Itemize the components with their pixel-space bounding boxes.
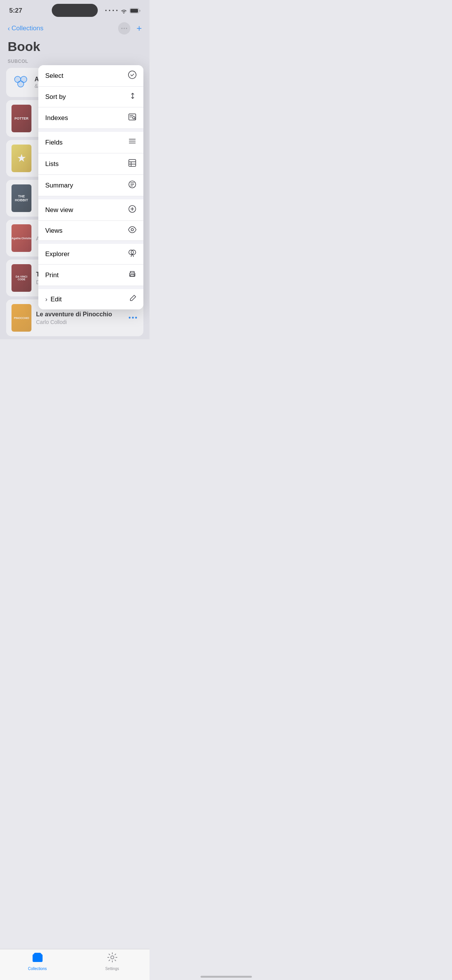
menu-divider: [38, 129, 143, 132]
menu-item-new-view[interactable]: New view: [38, 199, 143, 221]
dropdown-menu: Select Sort by Indexes: [38, 65, 143, 309]
menu-item-edit-label: Edit: [51, 296, 62, 303]
menu-item-fields-label: Fields: [45, 139, 62, 146]
menu-item-fields[interactable]: Fields: [38, 132, 143, 153]
svg-rect-14: [129, 159, 136, 166]
menu-item-views-label: Views: [45, 227, 62, 235]
indexes-icon: [128, 113, 136, 123]
menu-item-print-label: Print: [45, 271, 59, 279]
menu-item-select-label: Select: [45, 72, 63, 80]
menu-item-summary-label: Summary: [45, 182, 73, 189]
menu-item-edit[interactable]: › Edit: [38, 289, 143, 309]
fields-icon: [128, 137, 136, 148]
svg-point-11: [128, 71, 136, 79]
edit-icon: [129, 294, 136, 304]
eye-icon: [128, 226, 136, 235]
menu-item-lists-label: Lists: [45, 160, 59, 168]
menu-item-sort-label: Sort by: [45, 93, 66, 101]
menu-divider-2: [38, 196, 143, 199]
menu-item-indexes-label: Indexes: [45, 114, 68, 122]
menu-item-print[interactable]: Print: [38, 265, 143, 286]
menu-item-indexes[interactable]: Indexes: [38, 107, 143, 129]
explorer-icon: [128, 249, 136, 259]
menu-item-explorer[interactable]: Explorer: [38, 244, 143, 265]
lists-icon: [128, 159, 136, 169]
menu-item-lists[interactable]: Lists: [38, 153, 143, 175]
sort-icon: [129, 92, 136, 102]
menu-item-sort[interactable]: Sort by: [38, 87, 143, 107]
menu-item-select[interactable]: Select: [38, 65, 143, 87]
menu-item-summary[interactable]: Summary: [38, 175, 143, 196]
menu-item-views[interactable]: Views: [38, 221, 143, 241]
summary-icon: [128, 180, 136, 191]
menu-item-new-view-label: New view: [45, 206, 73, 214]
edit-arrow: ›: [45, 296, 48, 303]
menu-divider-3: [38, 241, 143, 244]
svg-point-17: [131, 229, 133, 231]
checkmark-circle-icon: [128, 71, 136, 81]
edit-label-group: › Edit: [45, 296, 62, 303]
svg-point-22: [134, 274, 135, 275]
new-view-icon: [128, 205, 136, 215]
svg-rect-21: [130, 275, 134, 276]
print-icon: [128, 270, 136, 280]
menu-divider-4: [38, 286, 143, 289]
menu-item-explorer-label: Explorer: [45, 250, 69, 258]
